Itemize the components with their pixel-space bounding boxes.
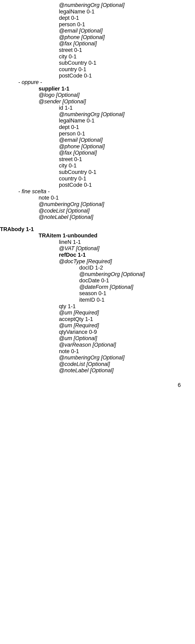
schema-line: @numberingOrg [Optional] bbox=[0, 354, 195, 361]
page-number: 6 bbox=[0, 374, 195, 388]
schema-line: TRAitem 1-unbounded bbox=[0, 232, 195, 239]
schema-line: dept 0-1 bbox=[0, 15, 195, 21]
schema-line: @numberingOrg [Optional] bbox=[0, 2, 195, 8]
schema-line: @email [Optional] bbox=[0, 137, 195, 144]
schema-line: qty 1-1 bbox=[0, 303, 195, 310]
schema-line: docDate 0-1 bbox=[0, 278, 195, 284]
schema-line: @sender [Optional] bbox=[0, 98, 195, 105]
schema-line: @phone [Optional] bbox=[0, 34, 195, 41]
schema-line: @fax [Optional] bbox=[0, 40, 195, 47]
schema-line: street 0-1 bbox=[0, 47, 195, 54]
schema-line: refDoc 1-1 bbox=[0, 252, 195, 258]
schema-line: qtyVariance 0-9 bbox=[0, 329, 195, 336]
schema-line: person 0-1 bbox=[0, 130, 195, 137]
schema-line: @phone [Optional] bbox=[0, 144, 195, 150]
schema-line: country 0-1 bbox=[0, 66, 195, 73]
schema-block-2: TRAitem 1-unboundedlineN 1-1@VAT [Option… bbox=[0, 232, 195, 374]
schema-line: @um [Optional] bbox=[0, 335, 195, 342]
schema-line: postCode 0-1 bbox=[0, 182, 195, 188]
schema-line: @dateForm [Optional] bbox=[0, 284, 195, 290]
schema-line: subCountry 0-1 bbox=[0, 60, 195, 66]
schema-line: season 0-1 bbox=[0, 290, 195, 297]
schema-line: legalName 0-1 bbox=[0, 8, 195, 15]
schema-line: supplier 1-1 bbox=[0, 86, 195, 92]
schema-line: subCountry 0-1 bbox=[0, 169, 195, 176]
schema-line: itemID 0-1 bbox=[0, 297, 195, 303]
schema-line: @varReason [Optional] bbox=[0, 342, 195, 348]
schema-line: person 0-1 bbox=[0, 21, 195, 28]
schema-line: @numberingOrg [Optional] bbox=[0, 201, 195, 208]
schema-line: id 1-1 bbox=[0, 105, 195, 111]
schema-line: acceptQty 1-1 bbox=[0, 316, 195, 322]
schema-line: @fax [Optional] bbox=[0, 150, 195, 156]
schema-line: @um [Required] bbox=[0, 322, 195, 329]
schema-line: @um [Required] bbox=[0, 310, 195, 316]
schema-line: @codeList [Optional] bbox=[0, 208, 195, 214]
schema-line: @numberingOrg [Optional] bbox=[0, 271, 195, 278]
schema-line: city 0-1 bbox=[0, 54, 195, 60]
page: @numberingOrg [Optional]legalName 0-1dep… bbox=[0, 0, 195, 397]
schema-line: note 0-1 bbox=[0, 348, 195, 355]
schema-line: country 0-1 bbox=[0, 176, 195, 182]
schema-line: lineN 1-1 bbox=[0, 239, 195, 246]
schema-line: postCode 0-1 bbox=[0, 72, 195, 79]
schema-line: docID 1-2 bbox=[0, 265, 195, 271]
schema-line: street 0-1 bbox=[0, 156, 195, 163]
schema-line: @numberingOrg [Optional] bbox=[0, 111, 195, 118]
schema-line: note 0-1 bbox=[0, 195, 195, 201]
blank-line bbox=[0, 220, 195, 226]
schema-line: @noteLabel [Optional] bbox=[0, 214, 195, 220]
schema-line: @codeList [Optional] bbox=[0, 361, 195, 368]
schema-line: dept 0-1 bbox=[0, 124, 195, 130]
schema-line: @noteLabel [Optional] bbox=[0, 367, 195, 374]
schema-block-1: @numberingOrg [Optional]legalName 0-1dep… bbox=[0, 2, 195, 220]
schema-line: - fine scelta - bbox=[0, 188, 195, 195]
schema-line: @logo [Optional] bbox=[0, 92, 195, 98]
section-header-trabody: TRAbody 1-1 bbox=[0, 226, 195, 233]
schema-line: legalName 0-1 bbox=[0, 118, 195, 124]
schema-line: @email [Optional] bbox=[0, 28, 195, 34]
schema-line: @VAT [Optional] bbox=[0, 245, 195, 252]
schema-line: @docType [Required] bbox=[0, 258, 195, 265]
schema-line: city 0-1 bbox=[0, 162, 195, 169]
schema-line: - oppure - bbox=[0, 79, 195, 86]
